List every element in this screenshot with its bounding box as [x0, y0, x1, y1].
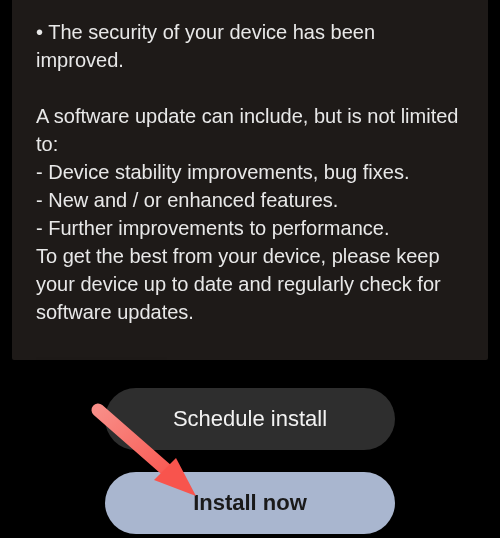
install-now-label: Install now: [193, 490, 307, 516]
update-advice-line: To get the best from your device, please…: [36, 242, 464, 326]
button-container: Schedule install Install now: [0, 388, 500, 534]
update-can-include-line: A software update can include, but is no…: [36, 102, 464, 158]
schedule-install-button[interactable]: Schedule install: [105, 388, 395, 450]
schedule-install-label: Schedule install: [173, 406, 327, 432]
update-notes-card: • The security of your device has been i…: [12, 0, 488, 360]
update-item-2: - New and / or enhanced features.: [36, 186, 464, 214]
security-improvement-line: • The security of your device has been i…: [36, 18, 464, 74]
learn-more-line: Learn more at:: [36, 354, 464, 360]
update-item-3: - Further improvements to performance.: [36, 214, 464, 242]
install-now-button[interactable]: Install now: [105, 472, 395, 534]
update-item-1: - Device stability improvements, bug fix…: [36, 158, 464, 186]
